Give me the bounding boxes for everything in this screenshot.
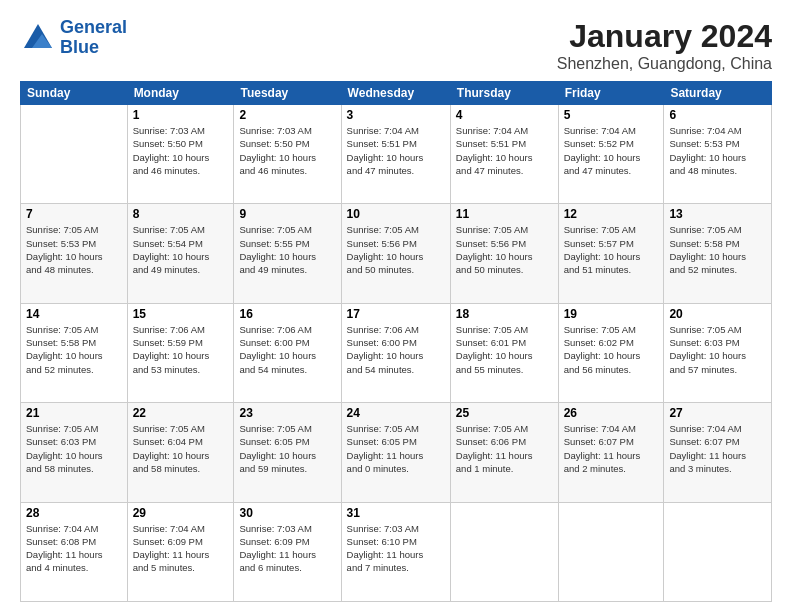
calendar-cell: 18Sunrise: 7:05 AMSunset: 6:01 PMDayligh…	[450, 303, 558, 402]
day-info: Sunrise: 7:04 AMSunset: 6:07 PMDaylight:…	[669, 422, 766, 475]
title-area: January 2024 Shenzhen, Guangdong, China	[557, 18, 772, 73]
day-number: 11	[456, 207, 553, 221]
logo-text: General Blue	[60, 18, 127, 58]
day-info: Sunrise: 7:03 AMSunset: 6:10 PMDaylight:…	[347, 522, 445, 575]
col-header-monday: Monday	[127, 82, 234, 105]
calendar-cell: 2Sunrise: 7:03 AMSunset: 5:50 PMDaylight…	[234, 105, 341, 204]
calendar-cell: 29Sunrise: 7:04 AMSunset: 6:09 PMDayligh…	[127, 502, 234, 601]
calendar-cell: 13Sunrise: 7:05 AMSunset: 5:58 PMDayligh…	[664, 204, 772, 303]
calendar-cell: 27Sunrise: 7:04 AMSunset: 6:07 PMDayligh…	[664, 403, 772, 502]
day-number: 27	[669, 406, 766, 420]
day-info: Sunrise: 7:05 AMSunset: 6:05 PMDaylight:…	[239, 422, 335, 475]
day-number: 23	[239, 406, 335, 420]
day-info: Sunrise: 7:06 AMSunset: 6:00 PMDaylight:…	[239, 323, 335, 376]
day-number: 6	[669, 108, 766, 122]
day-info: Sunrise: 7:04 AMSunset: 6:07 PMDaylight:…	[564, 422, 659, 475]
day-number: 3	[347, 108, 445, 122]
calendar-cell: 3Sunrise: 7:04 AMSunset: 5:51 PMDaylight…	[341, 105, 450, 204]
day-info: Sunrise: 7:06 AMSunset: 5:59 PMDaylight:…	[133, 323, 229, 376]
day-info: Sunrise: 7:05 AMSunset: 5:55 PMDaylight:…	[239, 223, 335, 276]
day-number: 15	[133, 307, 229, 321]
calendar-title: January 2024	[557, 18, 772, 55]
day-number: 24	[347, 406, 445, 420]
day-number: 18	[456, 307, 553, 321]
day-number: 9	[239, 207, 335, 221]
calendar-cell: 17Sunrise: 7:06 AMSunset: 6:00 PMDayligh…	[341, 303, 450, 402]
calendar-cell: 9Sunrise: 7:05 AMSunset: 5:55 PMDaylight…	[234, 204, 341, 303]
day-info: Sunrise: 7:05 AMSunset: 5:58 PMDaylight:…	[669, 223, 766, 276]
day-number: 17	[347, 307, 445, 321]
week-row-4: 21Sunrise: 7:05 AMSunset: 6:03 PMDayligh…	[21, 403, 772, 502]
logo: General Blue	[20, 18, 127, 58]
day-number: 30	[239, 506, 335, 520]
calendar-cell: 28Sunrise: 7:04 AMSunset: 6:08 PMDayligh…	[21, 502, 128, 601]
day-number: 28	[26, 506, 122, 520]
day-number: 12	[564, 207, 659, 221]
calendar-cell: 26Sunrise: 7:04 AMSunset: 6:07 PMDayligh…	[558, 403, 664, 502]
calendar-cell: 23Sunrise: 7:05 AMSunset: 6:05 PMDayligh…	[234, 403, 341, 502]
calendar-cell: 20Sunrise: 7:05 AMSunset: 6:03 PMDayligh…	[664, 303, 772, 402]
col-header-saturday: Saturday	[664, 82, 772, 105]
calendar-cell: 8Sunrise: 7:05 AMSunset: 5:54 PMDaylight…	[127, 204, 234, 303]
day-number: 20	[669, 307, 766, 321]
day-info: Sunrise: 7:03 AMSunset: 5:50 PMDaylight:…	[133, 124, 229, 177]
calendar-cell: 30Sunrise: 7:03 AMSunset: 6:09 PMDayligh…	[234, 502, 341, 601]
day-info: Sunrise: 7:05 AMSunset: 6:04 PMDaylight:…	[133, 422, 229, 475]
day-info: Sunrise: 7:05 AMSunset: 5:56 PMDaylight:…	[347, 223, 445, 276]
day-number: 8	[133, 207, 229, 221]
day-number: 7	[26, 207, 122, 221]
week-row-3: 14Sunrise: 7:05 AMSunset: 5:58 PMDayligh…	[21, 303, 772, 402]
week-row-2: 7Sunrise: 7:05 AMSunset: 5:53 PMDaylight…	[21, 204, 772, 303]
calendar-cell	[558, 502, 664, 601]
calendar-cell: 11Sunrise: 7:05 AMSunset: 5:56 PMDayligh…	[450, 204, 558, 303]
calendar-cell: 7Sunrise: 7:05 AMSunset: 5:53 PMDaylight…	[21, 204, 128, 303]
calendar-table: SundayMondayTuesdayWednesdayThursdayFrid…	[20, 81, 772, 602]
day-info: Sunrise: 7:04 AMSunset: 6:08 PMDaylight:…	[26, 522, 122, 575]
day-number: 5	[564, 108, 659, 122]
day-info: Sunrise: 7:05 AMSunset: 6:03 PMDaylight:…	[669, 323, 766, 376]
calendar-cell	[21, 105, 128, 204]
calendar-cell: 19Sunrise: 7:05 AMSunset: 6:02 PMDayligh…	[558, 303, 664, 402]
calendar-cell: 22Sunrise: 7:05 AMSunset: 6:04 PMDayligh…	[127, 403, 234, 502]
day-info: Sunrise: 7:05 AMSunset: 5:53 PMDaylight:…	[26, 223, 122, 276]
calendar-cell: 1Sunrise: 7:03 AMSunset: 5:50 PMDaylight…	[127, 105, 234, 204]
calendar-cell: 12Sunrise: 7:05 AMSunset: 5:57 PMDayligh…	[558, 204, 664, 303]
day-number: 10	[347, 207, 445, 221]
day-info: Sunrise: 7:06 AMSunset: 6:00 PMDaylight:…	[347, 323, 445, 376]
logo-icon	[20, 20, 56, 56]
col-header-wednesday: Wednesday	[341, 82, 450, 105]
day-number: 29	[133, 506, 229, 520]
day-number: 14	[26, 307, 122, 321]
calendar-cell: 15Sunrise: 7:06 AMSunset: 5:59 PMDayligh…	[127, 303, 234, 402]
day-info: Sunrise: 7:03 AMSunset: 5:50 PMDaylight:…	[239, 124, 335, 177]
calendar-cell: 5Sunrise: 7:04 AMSunset: 5:52 PMDaylight…	[558, 105, 664, 204]
calendar-cell	[450, 502, 558, 601]
page: General Blue January 2024 Shenzhen, Guan…	[0, 0, 792, 612]
calendar-cell: 16Sunrise: 7:06 AMSunset: 6:00 PMDayligh…	[234, 303, 341, 402]
day-info: Sunrise: 7:05 AMSunset: 6:01 PMDaylight:…	[456, 323, 553, 376]
day-number: 21	[26, 406, 122, 420]
day-number: 13	[669, 207, 766, 221]
week-row-1: 1Sunrise: 7:03 AMSunset: 5:50 PMDaylight…	[21, 105, 772, 204]
calendar-cell: 4Sunrise: 7:04 AMSunset: 5:51 PMDaylight…	[450, 105, 558, 204]
day-info: Sunrise: 7:04 AMSunset: 5:51 PMDaylight:…	[456, 124, 553, 177]
calendar-cell: 14Sunrise: 7:05 AMSunset: 5:58 PMDayligh…	[21, 303, 128, 402]
day-info: Sunrise: 7:03 AMSunset: 6:09 PMDaylight:…	[239, 522, 335, 575]
col-header-friday: Friday	[558, 82, 664, 105]
day-info: Sunrise: 7:05 AMSunset: 6:02 PMDaylight:…	[564, 323, 659, 376]
calendar-cell: 24Sunrise: 7:05 AMSunset: 6:05 PMDayligh…	[341, 403, 450, 502]
header-row: SundayMondayTuesdayWednesdayThursdayFrid…	[21, 82, 772, 105]
day-info: Sunrise: 7:05 AMSunset: 5:54 PMDaylight:…	[133, 223, 229, 276]
calendar-cell: 10Sunrise: 7:05 AMSunset: 5:56 PMDayligh…	[341, 204, 450, 303]
col-header-thursday: Thursday	[450, 82, 558, 105]
day-number: 22	[133, 406, 229, 420]
calendar-cell: 6Sunrise: 7:04 AMSunset: 5:53 PMDaylight…	[664, 105, 772, 204]
calendar-subtitle: Shenzhen, Guangdong, China	[557, 55, 772, 73]
col-header-tuesday: Tuesday	[234, 82, 341, 105]
day-info: Sunrise: 7:04 AMSunset: 5:51 PMDaylight:…	[347, 124, 445, 177]
day-number: 31	[347, 506, 445, 520]
calendar-cell: 25Sunrise: 7:05 AMSunset: 6:06 PMDayligh…	[450, 403, 558, 502]
day-number: 19	[564, 307, 659, 321]
day-number: 1	[133, 108, 229, 122]
day-number: 2	[239, 108, 335, 122]
